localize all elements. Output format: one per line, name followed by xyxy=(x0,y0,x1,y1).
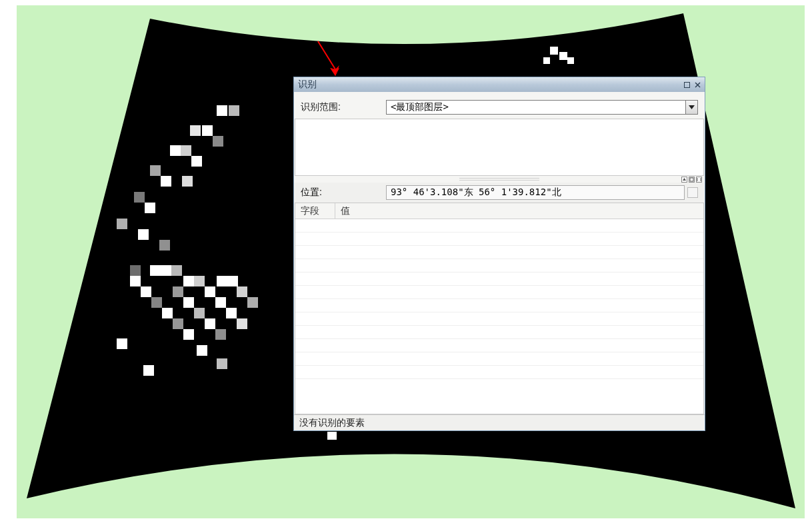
table-row xyxy=(295,286,703,299)
table-row xyxy=(295,366,703,379)
svg-rect-46 xyxy=(197,345,207,356)
svg-rect-45 xyxy=(117,338,127,349)
svg-rect-33 xyxy=(151,297,162,308)
svg-rect-18 xyxy=(138,229,149,240)
status-bar: 没有识别的要素 xyxy=(294,414,705,430)
table-row xyxy=(295,312,703,326)
close-icon[interactable] xyxy=(693,80,702,89)
svg-rect-7 xyxy=(202,125,213,136)
location-label: 位置: xyxy=(301,187,386,199)
svg-marker-55 xyxy=(689,105,695,109)
svg-rect-28 xyxy=(227,276,238,286)
svg-rect-21 xyxy=(150,265,161,276)
identify-from-value: <最顶部图层> xyxy=(387,101,685,113)
svg-rect-8 xyxy=(213,136,223,147)
location-value: 93° 46'3.108"东 56° 1'39.812"北 xyxy=(391,187,561,199)
svg-rect-32 xyxy=(237,286,247,297)
identify-dialog: 识别 识别范围: <最顶部图层> xyxy=(293,77,705,431)
svg-rect-23 xyxy=(171,265,182,276)
expand-vertical-icon[interactable] xyxy=(696,177,702,183)
grid-header: 字段 值 xyxy=(295,203,703,219)
svg-rect-29 xyxy=(141,286,151,297)
table-row xyxy=(295,272,703,286)
svg-rect-37 xyxy=(162,308,173,318)
attribute-grid[interactable]: 字段 值 xyxy=(295,203,704,414)
expand-horizontal-icon[interactable] xyxy=(689,177,695,183)
svg-rect-11 xyxy=(191,156,202,167)
svg-rect-10 xyxy=(181,145,191,156)
grid-header-field[interactable]: 字段 xyxy=(295,203,335,219)
svg-rect-49 xyxy=(327,432,337,440)
svg-rect-40 xyxy=(173,318,183,329)
maximize-icon[interactable] xyxy=(682,80,691,89)
svg-rect-9 xyxy=(170,145,181,156)
svg-rect-17 xyxy=(117,219,127,229)
identify-tree[interactable] xyxy=(295,119,704,176)
table-row xyxy=(295,339,703,352)
svg-rect-27 xyxy=(217,276,227,286)
svg-rect-12 xyxy=(150,165,161,176)
svg-rect-6 xyxy=(190,125,201,136)
svg-rect-52 xyxy=(684,82,689,87)
svg-rect-38 xyxy=(194,308,205,318)
collapse-up-icon[interactable] xyxy=(681,177,687,183)
map-canvas[interactable]: 识别 识别范围: <最顶部图层> xyxy=(17,5,805,518)
table-row xyxy=(295,246,703,259)
table-row xyxy=(295,326,703,339)
svg-rect-4 xyxy=(217,105,227,116)
svg-rect-35 xyxy=(215,297,226,308)
svg-rect-25 xyxy=(183,276,194,286)
svg-rect-24 xyxy=(130,276,141,286)
svg-rect-5 xyxy=(229,105,239,116)
svg-rect-14 xyxy=(182,176,193,187)
svg-rect-0 xyxy=(550,47,558,55)
svg-rect-2 xyxy=(543,57,550,64)
status-text: 没有识别的要素 xyxy=(299,417,365,429)
splitter-gripper[interactable] xyxy=(459,178,539,181)
svg-rect-31 xyxy=(205,286,215,297)
svg-rect-26 xyxy=(194,276,205,286)
svg-rect-57 xyxy=(690,178,693,181)
svg-rect-16 xyxy=(145,203,155,213)
svg-rect-13 xyxy=(161,176,171,187)
table-row xyxy=(295,233,703,246)
grid-rows xyxy=(295,219,703,379)
location-input[interactable]: 93° 46'3.108"东 56° 1'39.812"北 xyxy=(386,185,685,200)
svg-rect-44 xyxy=(215,329,226,340)
table-row xyxy=(295,259,703,272)
table-row xyxy=(295,219,703,233)
identify-from-dropdown[interactable]: <最顶部图层> xyxy=(386,100,698,115)
svg-rect-36 xyxy=(247,297,258,308)
svg-rect-1 xyxy=(559,52,567,60)
svg-line-50 xyxy=(318,41,335,69)
identify-from-row: 识别范围: <最顶部图层> xyxy=(294,92,705,119)
table-row xyxy=(295,352,703,366)
location-row: 位置: 93° 46'3.108"东 56° 1'39.812"北 xyxy=(294,183,705,203)
splitter-bar[interactable] xyxy=(294,176,705,183)
svg-rect-34 xyxy=(183,297,194,308)
grid-header-value[interactable]: 值 xyxy=(335,203,703,219)
annotation-arrow xyxy=(315,39,342,77)
chevron-down-icon[interactable] xyxy=(685,101,697,114)
svg-rect-20 xyxy=(130,265,141,276)
dialog-titlebar[interactable]: 识别 xyxy=(294,77,705,92)
svg-rect-48 xyxy=(217,358,227,369)
svg-rect-19 xyxy=(159,240,170,251)
svg-rect-3 xyxy=(567,57,574,64)
svg-rect-43 xyxy=(183,329,194,340)
svg-rect-30 xyxy=(173,286,183,297)
dialog-title: 识别 xyxy=(298,79,681,91)
table-row xyxy=(295,299,703,312)
svg-rect-15 xyxy=(134,192,145,203)
svg-rect-42 xyxy=(237,318,247,329)
svg-rect-39 xyxy=(226,308,237,318)
svg-rect-47 xyxy=(143,365,154,376)
identify-from-label: 识别范围: xyxy=(301,101,386,113)
svg-rect-22 xyxy=(161,265,171,276)
svg-rect-41 xyxy=(205,318,215,329)
svg-marker-56 xyxy=(683,178,686,181)
flash-location-icon[interactable] xyxy=(687,187,698,198)
svg-marker-51 xyxy=(331,68,339,76)
